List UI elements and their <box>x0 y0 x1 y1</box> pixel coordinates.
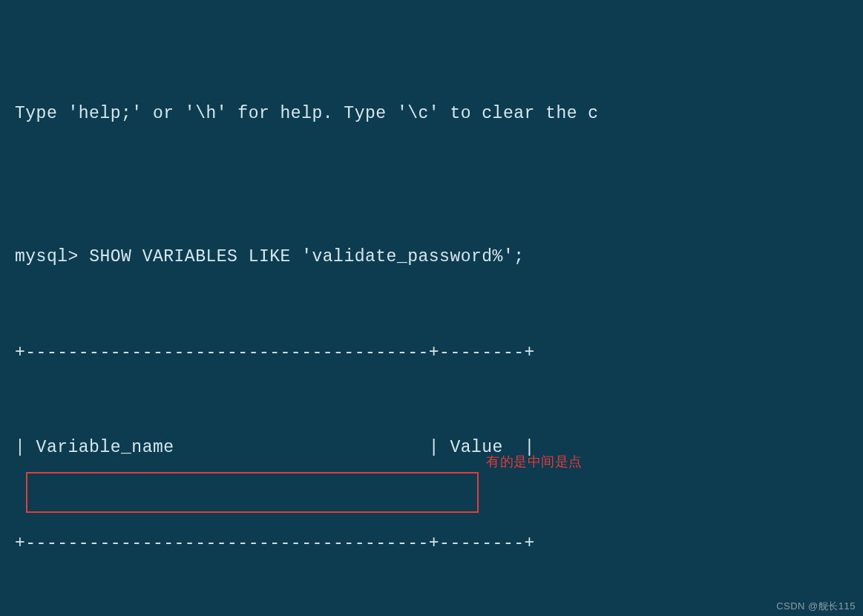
blank-line-1 <box>15 149 848 173</box>
blank-line-4 <box>15 388 848 412</box>
help-text: Type 'help;' or '\h' for help. Type '\c'… <box>15 104 599 123</box>
blank-line-6 <box>15 580 848 603</box>
mysql-prompt: mysql> <box>15 247 89 266</box>
blank-line-2 <box>15 197 848 221</box>
terminal-help-line: Type 'help;' or '\h' for help. Type '\c'… <box>15 102 848 125</box>
table-border-top: +--------------------------------------+… <box>15 341 848 364</box>
prompt-line[interactable]: mysql> SHOW VARIABLES LIKE 'validate_pas… <box>15 245 848 269</box>
blank-line-5 <box>15 484 848 508</box>
table-header-row: | Variable_name | Value | <box>15 436 848 459</box>
sql-command: SHOW VARIABLES LIKE 'validate_password%'… <box>89 247 524 266</box>
table-border-mid: +--------------------------------------+… <box>15 531 848 555</box>
annotation-text: 有的是中间是点 <box>486 453 583 471</box>
column-header-name: Variable_name <box>36 438 174 457</box>
watermark: CSDN @舰长115 <box>776 600 856 613</box>
blank-line-3 <box>15 292 848 316</box>
